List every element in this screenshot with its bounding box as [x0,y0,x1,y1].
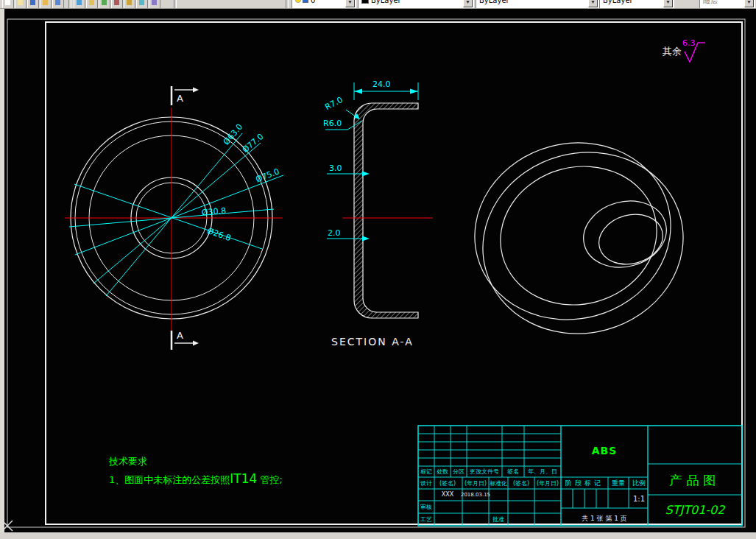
section-caption: SECTION A-A [331,336,414,348]
tb-date-label-2: (年月日) [533,480,562,487]
tech-requirement-item-1: 1、图面中未标注的公差按照IT14 管控; [109,471,283,487]
tb-sheet-info: 共 1 张 第 1 页 [561,514,648,524]
linetype-combo-dropdown-icon[interactable]: ▼ [588,0,598,7]
tb-header-signature: 签名 [501,468,526,475]
window-left-border [0,8,4,532]
tb-designer-name: XXX [433,491,462,498]
top-toolbar: 0 ▼ ByLayer ▼ ByLayer ▼ ByLayer ▼ 随层 ▼ [0,0,756,9]
open-file-icon[interactable] [15,0,27,9]
tb-drawing-number: STJT01-02 [648,503,742,517]
layer-lock-icon [303,0,308,3]
toolbar-separator [68,0,71,8]
pan-icon[interactable] [99,0,110,9]
linetype-control-value: ByLayer [479,0,509,4]
tb-header-date: 年、月、日 [523,468,562,475]
layer-control-combo[interactable]: 0 ▼ [292,0,356,9]
lineweight-control-value: ByLayer [603,0,633,4]
tb-date-label-1: (年月日) [461,480,490,487]
section-letter-top: A [177,93,183,104]
lineweight-control-combo[interactable]: ByLayer ▼ [599,0,674,9]
lineweight-combo-dropdown-icon[interactable]: ▼ [663,0,673,7]
dim-wall-3: 3.0 [329,163,342,173]
print-icon[interactable] [40,0,52,9]
tb-stage-mark-label: 阶段标记 [561,480,608,487]
status-bar-strip [0,532,756,539]
tb-scale-value: 1:1 [627,495,651,503]
section-view [325,82,433,318]
dim-wall-2: 2.0 [328,228,341,238]
tb-process-label: 工艺 [417,516,436,523]
layer-combo-dropdown-icon[interactable]: ▼ [345,0,355,7]
zoom-icon[interactable] [111,0,123,9]
tech-requirements-title: 技术要求 [109,455,147,468]
linetype-control-combo[interactable]: ByLayer ▼ [476,0,599,9]
toolbar-separator [174,0,177,8]
cad-application-window: { "toolbar": { "layer_value": "0", "colo… [0,0,756,539]
toolbar-separator [286,0,289,8]
tb-drawing-title: 产品图 [648,472,742,489]
color-control-combo[interactable]: ByLayer ▼ [358,0,474,9]
layers-dialog-icon[interactable] [149,0,160,9]
tb-sign-label-1: (签名) [433,480,462,487]
surface-note-prefix: 其余 [663,45,682,58]
undo-icon[interactable] [74,0,85,9]
color-combo-dropdown-icon[interactable]: ▼ [463,0,473,7]
section-letter-bottom: A [177,330,183,341]
redo-icon[interactable] [86,0,98,9]
match-properties-icon[interactable] [136,0,148,9]
dim-width-24: 24.0 [372,80,391,89]
section-wall-hatched [354,103,418,318]
plotstyle-combo-dropdown-icon[interactable]: ▼ [744,0,754,7]
tb-material: ABS [561,445,648,457]
plotstyle-control-combo[interactable]: 随层 ▼ [699,0,755,9]
front-view [65,86,283,350]
layer-control-value: 0 [311,0,315,4]
current-color-swatch [361,0,369,4]
new-file-icon[interactable] [2,0,14,9]
surface-roughness-value: 6.3 [682,38,696,48]
layer-on-icon [295,0,301,3]
tb-header-change-file: 更改文件号 [465,468,504,475]
tb-approve-label: 批准 [487,516,509,523]
tech-req-tolerance-grade: IT14 [230,471,257,486]
color-control-value: ByLayer [371,0,401,4]
save-icon[interactable] [27,0,39,9]
tech-req-prefix: 1、图面中未标注的公差按照 [109,474,230,485]
tb-reviewer-label: 审核 [417,504,436,510]
plotstyle-control-value: 随层 [703,0,718,4]
tech-req-suffix: 管控; [257,474,283,485]
dim-radius-r6: R6.0 [323,119,342,128]
tb-design-date: 2018.03.15 [459,492,492,498]
isometric-view [455,121,704,356]
tb-sign-label-2: (签名) [506,480,536,487]
plot-preview-icon[interactable] [52,0,64,9]
properties-icon[interactable] [124,0,135,9]
